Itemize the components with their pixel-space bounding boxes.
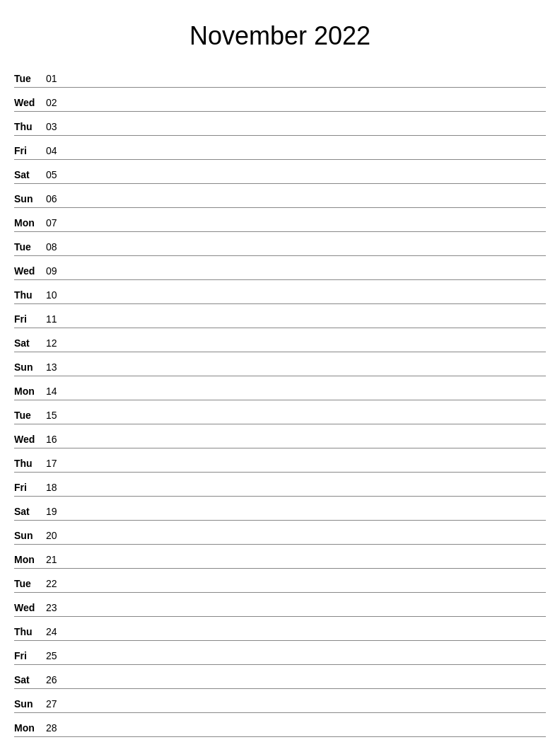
day-row: Wed16	[14, 426, 546, 448]
day-row: Fri11	[14, 306, 546, 328]
day-number: 16	[46, 434, 67, 445]
day-line	[67, 564, 546, 565]
day-row: Mon14	[14, 378, 546, 400]
day-number: 10	[46, 289, 67, 301]
day-name: Tue	[14, 578, 46, 589]
day-line	[67, 540, 546, 541]
day-name: Mon	[14, 386, 46, 397]
day-number: 13	[46, 361, 67, 373]
day-row: Thu24	[14, 618, 546, 641]
day-row: Sun20	[14, 522, 546, 545]
day-line	[67, 516, 546, 517]
day-number: 14	[46, 386, 67, 397]
day-row: Sat19	[14, 498, 546, 521]
day-number: 05	[46, 169, 67, 180]
day-line	[67, 709, 546, 710]
day-number: 02	[46, 97, 67, 108]
day-name: Thu	[14, 121, 46, 132]
day-name: Wed	[14, 97, 46, 108]
day-name: Wed	[14, 602, 46, 613]
day-row: Mon28	[14, 714, 546, 737]
day-line	[67, 348, 546, 349]
day-line	[67, 444, 546, 445]
day-name: Sun	[14, 698, 46, 710]
day-line	[67, 83, 546, 84]
day-row: Tue08	[14, 233, 546, 256]
day-row: Fri04	[14, 137, 546, 160]
day-number: 15	[46, 410, 67, 421]
day-name: Thu	[14, 458, 46, 469]
day-name: Mon	[14, 217, 46, 228]
day-number: 17	[46, 458, 67, 469]
day-line	[67, 156, 546, 156]
day-row: Wed23	[14, 594, 546, 617]
day-row: Fri25	[14, 642, 546, 665]
day-row: Tue29	[14, 739, 546, 747]
day-number: 20	[46, 530, 67, 541]
day-row: Tue01	[14, 65, 546, 88]
day-name: Sun	[14, 361, 46, 373]
day-name: Thu	[14, 289, 46, 301]
day-row: Thu17	[14, 450, 546, 473]
day-name: Fri	[14, 482, 46, 493]
day-name: Mon	[14, 722, 46, 734]
day-row: Mon07	[14, 209, 546, 232]
day-name: Thu	[14, 626, 46, 637]
day-line	[67, 132, 546, 132]
day-number: 03	[46, 121, 67, 132]
day-line	[67, 180, 546, 180]
day-line	[67, 324, 546, 325]
day-number: 07	[46, 217, 67, 228]
day-line	[67, 492, 546, 493]
day-number: 25	[46, 650, 67, 661]
day-number: 26	[46, 674, 67, 685]
day-number: 28	[46, 722, 67, 734]
day-line	[67, 204, 546, 204]
day-row: Sat05	[14, 161, 546, 184]
day-name: Tue	[14, 410, 46, 421]
day-line	[67, 396, 546, 397]
day-number: 08	[46, 241, 67, 253]
day-number: 19	[46, 506, 67, 517]
day-number: 11	[46, 313, 67, 325]
day-number: 18	[46, 482, 67, 493]
day-name: Sun	[14, 193, 46, 204]
day-line	[67, 300, 546, 301]
day-line	[67, 228, 546, 228]
day-name: Mon	[14, 554, 46, 565]
day-number: 12	[46, 337, 67, 349]
day-line	[67, 372, 546, 373]
day-number: 22	[46, 578, 67, 589]
day-row: Sun27	[14, 690, 546, 713]
day-line	[67, 468, 546, 469]
day-number: 01	[46, 73, 67, 84]
day-row: Sat12	[14, 330, 546, 352]
day-name: Sat	[14, 506, 46, 517]
day-name: Sat	[14, 674, 46, 685]
day-number: 04	[46, 145, 67, 156]
day-number: 24	[46, 626, 67, 637]
day-line	[67, 276, 546, 277]
page-title: November 2022	[14, 21, 546, 51]
day-name: Fri	[14, 313, 46, 325]
day-name: Sat	[14, 169, 46, 180]
day-row: Wed02	[14, 89, 546, 112]
day-row: Mon21	[14, 546, 546, 569]
day-line	[67, 589, 546, 589]
day-row: Tue15	[14, 402, 546, 424]
day-name: Sat	[14, 337, 46, 349]
day-row: Thu03	[14, 113, 546, 136]
day-name: Tue	[14, 73, 46, 84]
day-line	[67, 733, 546, 734]
day-number: 27	[46, 698, 67, 710]
day-name: Wed	[14, 265, 46, 277]
day-name: Sun	[14, 530, 46, 541]
day-row: Fri18	[14, 474, 546, 497]
day-row: Thu10	[14, 282, 546, 304]
day-number: 06	[46, 193, 67, 204]
day-name: Fri	[14, 650, 46, 661]
day-row: Tue22	[14, 570, 546, 593]
day-number: 23	[46, 602, 67, 613]
day-name: Tue	[14, 241, 46, 253]
day-number: 21	[46, 554, 67, 565]
